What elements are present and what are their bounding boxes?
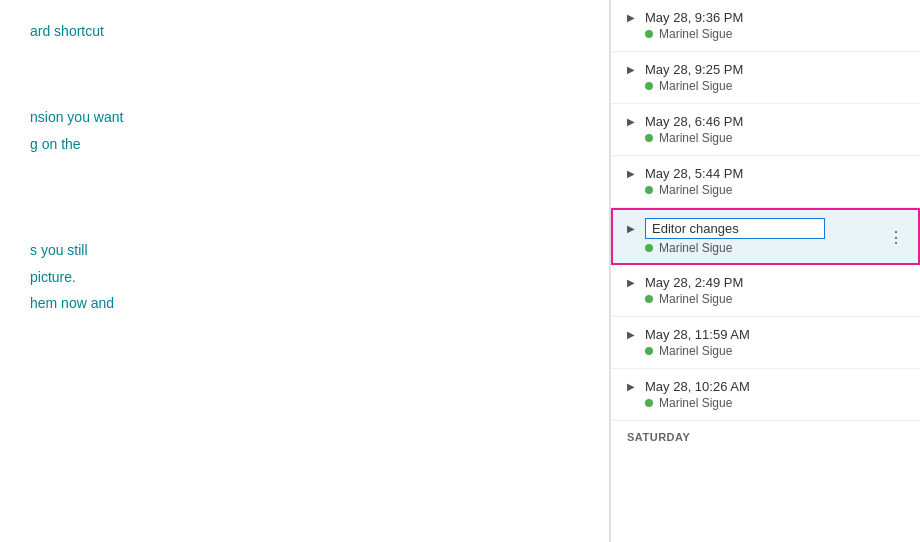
chevron-icon: ▶	[627, 168, 639, 179]
version-item[interactable]: ▶ May 28, 10:26 AM Marinel Sigue	[611, 369, 920, 421]
author-name: Marinel Sigue	[659, 183, 732, 197]
version-time: May 28, 10:26 AM	[645, 379, 750, 394]
version-time: May 28, 5:44 PM	[645, 166, 743, 181]
content-link-2[interactable]: nsion you want	[30, 106, 579, 128]
chevron-icon: ▶	[627, 223, 639, 234]
version-item[interactable]: ▶ May 28, 9:36 PM Marinel Sigue	[611, 0, 920, 52]
version-history-sidebar: ▶ May 28, 9:36 PM Marinel Sigue ▶ May 28…	[610, 0, 920, 542]
author-name: Marinel Sigue	[659, 27, 732, 41]
author-dot	[645, 399, 653, 407]
content-link-6[interactable]: hem now and	[30, 292, 579, 314]
version-item[interactable]: ▶ May 28, 11:59 AM Marinel Sigue	[611, 317, 920, 369]
author-name: Marinel Sigue	[659, 241, 732, 255]
content-link-1[interactable]: ard shortcut	[30, 20, 579, 42]
content-link-3[interactable]: g on the	[30, 133, 579, 155]
author-name: Marinel Sigue	[659, 79, 732, 93]
chevron-icon: ▶	[627, 116, 639, 127]
author-dot	[645, 186, 653, 194]
chevron-icon: ▶	[627, 64, 639, 75]
author-dot	[645, 347, 653, 355]
content-link-4[interactable]: s you still	[30, 239, 579, 261]
author-dot	[645, 82, 653, 90]
chevron-icon: ▶	[627, 329, 639, 340]
version-name-input[interactable]	[645, 218, 825, 239]
author-dot	[645, 295, 653, 303]
author-dot	[645, 134, 653, 142]
chevron-icon: ▶	[627, 277, 639, 288]
version-item[interactable]: ▶ May 28, 5:44 PM Marinel Sigue	[611, 156, 920, 208]
version-item[interactable]: ▶ May 28, 2:49 PM Marinel Sigue	[611, 265, 920, 317]
author-name: Marinel Sigue	[659, 396, 732, 410]
author-name: Marinel Sigue	[659, 131, 732, 145]
version-time: May 28, 9:36 PM	[645, 10, 743, 25]
version-item[interactable]: ▶ May 28, 6:46 PM Marinel Sigue	[611, 104, 920, 156]
section-label-saturday: SATURDAY	[611, 421, 920, 449]
author-name: Marinel Sigue	[659, 344, 732, 358]
editor-content-panel: ard shortcut nsion you want g on the s y…	[0, 0, 610, 542]
author-dot	[645, 244, 653, 252]
version-time: May 28, 9:25 PM	[645, 62, 743, 77]
version-time: May 28, 2:49 PM	[645, 275, 743, 290]
version-time: May 28, 6:46 PM	[645, 114, 743, 129]
author-dot	[645, 30, 653, 38]
more-options-button[interactable]: ⋮	[884, 225, 908, 248]
chevron-icon: ▶	[627, 381, 639, 392]
version-item-editing[interactable]: ▶ ⋮ Marinel Sigue	[611, 208, 920, 265]
version-time: May 28, 11:59 AM	[645, 327, 750, 342]
version-item[interactable]: ▶ May 28, 9:25 PM Marinel Sigue	[611, 52, 920, 104]
author-name: Marinel Sigue	[659, 292, 732, 306]
content-link-5[interactable]: picture.	[30, 266, 579, 288]
chevron-icon: ▶	[627, 12, 639, 23]
